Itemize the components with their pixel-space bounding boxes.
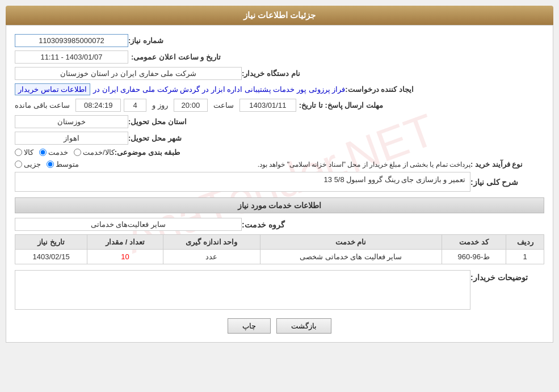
station-value: شرکت ملی حفاری ایران در استان خوزستان <box>15 67 242 80</box>
col-unit: واحد اندازه گیری <box>163 235 260 250</box>
category-radio-group: کالا/خدمت خدمت کالا <box>15 148 115 157</box>
days-label: روز و <box>149 101 171 109</box>
category-option-kala-khedmat[interactable]: کالا/خدمت <box>74 148 115 157</box>
time-label: ساعت <box>211 101 237 109</box>
services-section-title: اطلاعات خدمات مورد نیاز <box>15 197 544 213</box>
province-row: استان محل تحویل: خوزستان <box>15 115 544 128</box>
buyer-notes-row: توضیحات خریدار: <box>15 270 544 310</box>
col-name: نام خدمت <box>260 235 442 250</box>
col-row: ردیف <box>506 235 544 250</box>
service-group-row: گروه خدمت: سایر فعالیت‌های خدماتی <box>15 218 544 231</box>
deadline-label: مهلت ارسال پاسخ: تا تاریخ: <box>299 101 386 109</box>
cell-quantity-1: 10 <box>87 250 163 264</box>
col-code: کد خدمت <box>442 235 506 250</box>
purchase-type-option-jozi[interactable]: جزیی <box>15 160 41 168</box>
announcement-date-row: تاریخ و ساعت اعلان عمومی: 1403/01/07 - 1… <box>15 50 544 64</box>
category-khedmat-radio[interactable] <box>39 149 47 156</box>
creator-label: ایجاد کننده درخواست: <box>345 85 419 94</box>
category-row: طبقه بندی موضوعی: کالا/خدمت خدمت کالا <box>15 148 544 157</box>
cell-code-1: ط-96-960 <box>442 250 506 264</box>
cell-date-1: 1403/02/15 <box>15 250 87 264</box>
time-value: 20:00 <box>174 99 208 112</box>
category-option-kala[interactable]: کالا <box>15 148 33 157</box>
bottom-buttons: بازگشت چاپ <box>15 318 544 334</box>
need-number-label: شماره نیاز: <box>128 36 202 45</box>
creator-link2[interactable]: اطلاعات تماس خریدار <box>15 83 90 95</box>
creator-row: ایجاد کننده درخواست: فراز پرزوئی پور خدم… <box>15 83 544 95</box>
purchase-type-radio-group: متوسط جزیی <box>15 160 79 168</box>
header-title: جزئیات اطلاعات نیاز <box>243 10 316 20</box>
category-kala-label: کالا <box>24 148 33 157</box>
col-quantity: تعداد / مقدار <box>87 235 163 250</box>
cell-row-1: 1 <box>506 250 544 264</box>
station-row: نام دستگاه خریدار: شرکت ملی حفاری ایران … <box>15 67 544 80</box>
buyer-notes-label: توضیحات خریدار: <box>470 270 544 282</box>
station-label: نام دستگاه خریدار: <box>242 69 316 78</box>
purchase-motavaset-radio[interactable] <box>47 161 54 168</box>
purchase-jozi-label: جزیی <box>24 160 41 168</box>
purchase-motavaset-label: متوسط <box>56 160 79 168</box>
table-row: 1 ط-96-960 سایر فعالیت های خدماتی شخصی ع… <box>15 250 544 264</box>
page-header: جزئیات اطلاعات نیاز <box>6 6 553 25</box>
province-label: استان محل تحویل: <box>128 117 202 126</box>
hours-remaining-value: 08:24:19 <box>75 99 121 112</box>
city-label: شهر محل تحویل: <box>128 134 202 142</box>
services-table: ردیف کد خدمت نام خدمت واحد اندازه گیری ت… <box>15 234 544 264</box>
col-date: تاریخ نیاز <box>15 235 87 250</box>
province-value: خوزستان <box>15 115 128 128</box>
category-option-khedmat[interactable]: خدمت <box>39 148 68 157</box>
cell-unit-1: عدد <box>163 250 260 264</box>
need-number-row: شماره نیاز: 1103093985000072 <box>15 34 544 47</box>
days-value: 4 <box>124 99 146 112</box>
category-kala-khedmat-label: کالا/خدمت <box>83 148 115 157</box>
hour-label: ساعت باقی مانده <box>15 101 73 109</box>
announcement-date-label: تاریخ و ساعت اعلان عمومی: <box>131 53 224 61</box>
category-label: طبقه بندی موضوعی: <box>115 148 188 157</box>
purchase-type-desc: پرداخت تمام یا بخشی از مبلغ خریدار از مح… <box>79 161 470 168</box>
category-kala-khedmat-radio[interactable] <box>74 149 81 156</box>
deadline-row: مهلت ارسال پاسخ: تا تاریخ: 1403/01/11 سا… <box>15 99 544 112</box>
print-button[interactable]: چاپ <box>228 318 271 334</box>
service-group-label: گروه خدمت: <box>242 220 316 229</box>
date-value: 1403/01/11 <box>239 99 296 112</box>
content: شماره نیاز: 1103093985000072 تاریخ و ساع… <box>15 34 544 334</box>
main-container: AnaТender.NET شماره نیاز: 11030939850000… <box>6 25 553 343</box>
page-wrapper: جزئیات اطلاعات نیاز AnaТender.NET شماره … <box>0 0 559 348</box>
announcement-date-value: 1403/01/07 - 11:11 <box>15 50 128 64</box>
buyer-notes-textarea[interactable] <box>15 270 470 310</box>
category-khedmat-label: خدمت <box>48 148 68 157</box>
need-number-value: 1103093985000072 <box>15 34 128 47</box>
service-group-value: سایر فعالیت‌های خدماتی <box>15 218 242 231</box>
purchase-type-option-motavaset[interactable]: متوسط <box>47 160 79 168</box>
cell-name-1: سایر فعالیت های خدماتی شخصی <box>260 250 442 264</box>
description-row: شرح کلی نیاز: تعمیر و بازسازی جای رینگ گ… <box>15 172 544 192</box>
purchase-type-label: نوع فرآیند خرید : <box>470 160 544 168</box>
purchase-jozi-radio[interactable] <box>15 161 22 168</box>
back-button[interactable]: بازگشت <box>276 318 331 334</box>
city-value: اهواز <box>15 132 128 145</box>
description-value: تعمیر و بازسازی جای رینگ گروو اسبول 5/8 … <box>15 172 470 192</box>
description-label: شرح کلی نیاز: <box>470 178 544 187</box>
city-row: شهر محل تحویل: اهواز <box>15 132 544 145</box>
category-kala-radio[interactable] <box>15 149 22 156</box>
creator-link[interactable]: فراز پرزوئی پور خدمات پشتیبانی اداره ابز… <box>93 85 345 94</box>
purchase-type-row: نوع فرآیند خرید : پرداخت تمام یا بخشی از… <box>15 160 544 168</box>
